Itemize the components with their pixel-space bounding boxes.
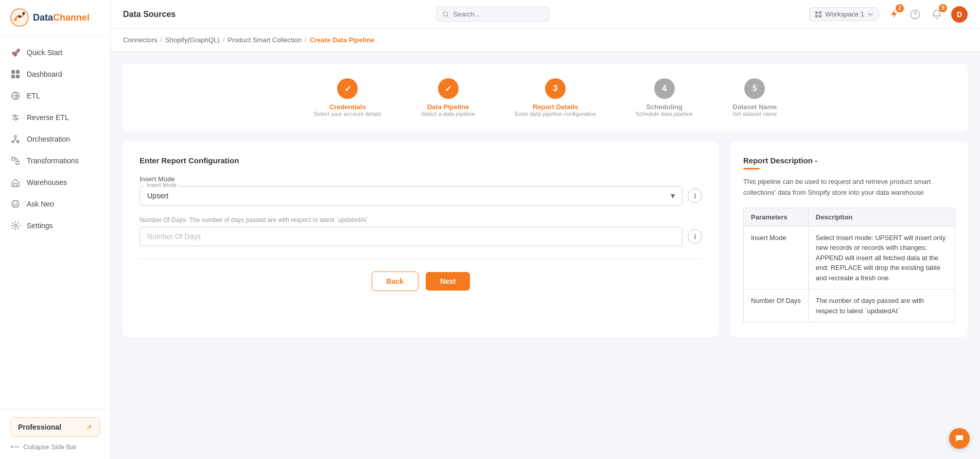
external-link-icon: ↗ [86,423,92,431]
workspace-label: Workspace 1 [825,10,864,18]
number-of-days-input[interactable] [139,227,682,246]
logo: DataChannel [0,0,110,36]
orchestration-icon [10,134,21,144]
header-right: Workspace 1 2 9 D [809,6,968,23]
step-sublabel-scheduling: Schedule data pipeline [636,111,693,117]
number-of-days-row: ℹ [139,227,702,246]
sidebar-item-label: ETL [27,92,40,100]
connector-1 [381,88,421,89]
next-button[interactable]: Next [426,272,470,291]
step-sublabel-credentials: Select your account details [314,111,381,117]
svg-point-16 [14,202,15,203]
sidebar-item-settings[interactable]: Settings [0,215,110,236]
sidebar-item-dashboard[interactable]: Dashboard [0,63,110,85]
breadcrumb-sep-3: / [305,36,307,44]
sidebar-item-reverse-etl[interactable]: Reverse ETL [0,107,110,128]
professional-badge[interactable]: Professional ↗ [10,417,100,437]
back-button[interactable]: Back [372,271,418,291]
collapse-sidebar-button[interactable]: ⟵ Collapse Side Bar [10,443,100,451]
sidebar-item-transformations[interactable]: Transformations [0,150,110,172]
search-box[interactable] [436,7,549,22]
sidebar: DataChannel 🚀 Quick Start Dashboard ETL [0,0,111,459]
sidebar-item-label: Orchestration [27,135,70,143]
number-of-days-field: Number Of Days- The number of days passe… [139,216,702,246]
workspace-selector[interactable]: Workspace 1 [809,7,879,21]
step-report-details: 3 Report Details Enter data pipeline con… [515,78,596,117]
svg-rect-12 [12,157,15,160]
breadcrumb-connectors[interactable]: Connectors [123,36,157,44]
svg-rect-21 [819,11,821,14]
search-icon [443,11,449,18]
connector-2 [475,88,515,89]
sidebar-item-warehouses[interactable]: Warehouses [0,172,110,193]
header: Data Sources Workspace 1 2 9 [111,0,980,29]
logo-text: DataChannel [33,12,90,23]
transform-icon [10,156,21,166]
sidebar-item-etl[interactable]: ETL [0,85,110,107]
breadcrumb-shopify[interactable]: Shopify(GraphQL) [165,36,220,44]
btn-row: Back Next [139,271,702,291]
help-icon-container[interactable] [908,7,922,22]
step-label-data-pipeline: Data Pipeline [427,103,469,111]
sidebar-item-label: Settings [27,222,53,230]
step-sublabel-report-details: Enter data pipeline configuration [515,111,596,117]
report-underline [743,168,760,169]
table-cell-desc-1: Select Insert mode: UPSERT will insert o… [808,226,955,290]
step-circle-dataset-name: 5 [744,78,765,99]
report-table: Parameters Description Insert Mode Selec… [743,208,955,323]
search-area [436,7,549,22]
collapse-arrow-icon: ⟵ [10,443,20,451]
rocket-icon: 🚀 [10,47,21,58]
bolt-badge-container[interactable]: 2 [886,7,901,22]
svg-point-2 [19,15,21,18]
step-data-pipeline: ✓ Data Pipeline Select a data pipeline [421,78,475,117]
sidebar-bottom: Professional ↗ ⟵ Collapse Side Bar [0,409,110,459]
settings-icon [10,220,21,231]
sidebar-item-orchestration[interactable]: Orchestration [0,128,110,150]
step-dataset-name: 5 Dataset Name Set dataset name [732,78,777,117]
neo-icon [10,199,21,209]
insert-mode-select[interactable]: Upsert Append Replace [139,186,682,206]
sidebar-item-quick-start[interactable]: 🚀 Quick Start [0,42,110,63]
stepper: ✓ Credentials Select your account detail… [123,64,968,131]
professional-label: Professional [18,423,61,431]
chat-icon [954,433,965,444]
step-circle-report-details: 3 [545,78,566,99]
table-cell-desc-2: The number of days passed are with respe… [808,290,955,322]
notification-badge-count: 9 [939,4,947,12]
form-row: Enter Report Configuration Insert Mode I… [123,142,968,337]
sidebar-item-label: Ask Neo [27,200,54,208]
help-icon [910,9,920,20]
chat-bubble-button[interactable] [949,428,970,449]
insert-mode-field: Insert Mode Insert Mode Upsert Append Re… [139,175,702,206]
table-header-parameters: Parameters [744,208,809,226]
svg-point-19 [443,12,447,16]
insert-mode-info-button[interactable]: ℹ [688,189,702,203]
bolt-badge-count: 2 [896,4,904,12]
grid-icon [10,69,21,79]
svg-rect-22 [815,15,818,18]
sidebar-item-ask-neo[interactable]: Ask Neo [0,193,110,215]
form-section: Enter Report Configuration Insert Mode I… [123,142,719,337]
search-input[interactable] [453,10,542,18]
breadcrumb-product[interactable]: Product Smart Collection [227,36,302,44]
page-title: Data Sources [123,10,176,19]
collapse-label: Collapse Side Bar [23,443,77,451]
content-area: Connectors / Shopify(GraphQL) / Product … [111,29,980,459]
reverse-etl-icon [10,112,21,123]
table-row: Number Of Days The number of days passed… [744,290,955,322]
user-avatar[interactable]: D [951,6,968,23]
svg-rect-20 [815,11,818,14]
notification-container[interactable]: 9 [930,7,944,22]
table-body: Insert Mode Select Insert mode: UPSERT w… [744,226,955,322]
number-of-days-info-button[interactable]: ℹ [688,229,702,244]
sidebar-item-label: Transformations [27,157,79,165]
stepper-inner: ✓ Credentials Select your account detail… [314,78,777,117]
sidebar-item-label: Quick Start [27,48,62,57]
report-title: Report Description - [743,156,955,165]
svg-rect-5 [16,70,20,74]
table-head: Parameters Description [744,208,955,226]
report-section: Report Description - This pipeline can b… [731,142,968,337]
pipeline-content: ✓ Credentials Select your account detail… [111,52,980,349]
breadcrumb: Connectors / Shopify(GraphQL) / Product … [111,29,980,52]
